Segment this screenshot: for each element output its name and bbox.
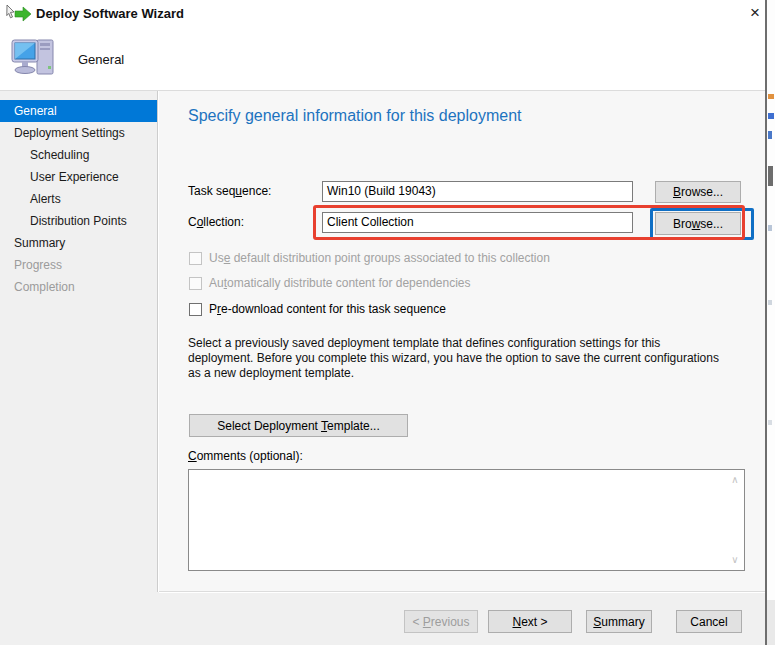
collection-input[interactable]: Client Collection bbox=[322, 212, 633, 233]
checkbox-auto-distribute bbox=[189, 277, 202, 290]
checkbox-auto-distribute-label: Automatically distribute content for dep… bbox=[209, 276, 471, 290]
previous-button: < Previous bbox=[404, 610, 478, 633]
cancel-button[interactable]: Cancel bbox=[676, 610, 742, 633]
sidebar-item-general[interactable]: General bbox=[0, 100, 157, 122]
sidebar-item-completion: Completion bbox=[0, 276, 157, 298]
sidebar-item-progress: Progress bbox=[0, 254, 157, 276]
comments-label: Comments (optional): bbox=[188, 449, 303, 463]
sidebar-item-user-experience[interactable]: User Experience bbox=[0, 166, 157, 188]
header-page-name: General bbox=[78, 52, 124, 67]
select-deployment-template-button[interactable]: Select Deployment Template... bbox=[189, 414, 408, 437]
sidebar-item-deployment-settings[interactable]: Deployment Settings bbox=[0, 122, 157, 144]
close-icon[interactable]: × bbox=[744, 2, 766, 23]
computer-icon bbox=[10, 34, 60, 84]
scrollbar-down-icon[interactable]: ∨ bbox=[729, 555, 741, 565]
checkbox-predownload[interactable] bbox=[189, 303, 202, 316]
wizard-content-panel: Specify general information for this dep… bbox=[159, 91, 765, 592]
sidebar-footer-fill bbox=[0, 592, 159, 645]
comments-textarea[interactable]: ∧ ∨ bbox=[188, 469, 745, 571]
deploy-software-wizard-window: Deploy Software Wizard × General General… bbox=[0, 0, 775, 645]
sidebar-item-distribution-points[interactable]: Distribution Points bbox=[0, 210, 157, 232]
checkbox-predownload-label: Pre-download content for this task seque… bbox=[209, 302, 446, 316]
deployment-template-description: Select a previously saved deployment tem… bbox=[188, 336, 720, 381]
summary-button[interactable]: Summary bbox=[586, 610, 652, 633]
sidebar-nav: GeneralDeployment SettingsSchedulingUser… bbox=[0, 91, 158, 645]
collection-browse-button[interactable]: Browse... bbox=[655, 212, 741, 235]
background-window-sliver bbox=[767, 0, 775, 645]
scrollbar-up-icon[interactable]: ∧ bbox=[729, 475, 741, 485]
collection-label: Collection: bbox=[188, 215, 244, 229]
next-button[interactable]: Next > bbox=[488, 610, 572, 633]
checkbox-default-dp-groups-label: Use default distribution point groups as… bbox=[209, 251, 550, 265]
task-sequence-input[interactable]: Win10 (Build 19043) bbox=[322, 181, 633, 202]
checkbox-default-dp-groups bbox=[189, 252, 202, 265]
sidebar-item-scheduling[interactable]: Scheduling bbox=[0, 144, 157, 166]
task-sequence-label: Task sequence: bbox=[188, 184, 271, 198]
sidebar-item-summary[interactable]: Summary bbox=[0, 232, 157, 254]
wizard-footer: < Previous Next > Summary Cancel bbox=[159, 593, 765, 645]
page-heading: Specify general information for this dep… bbox=[188, 107, 522, 125]
checkbox-row-default-dp-groups: Use default distribution point groups as… bbox=[189, 251, 550, 265]
sidebar-item-alerts[interactable]: Alerts bbox=[0, 188, 157, 210]
wizard-header: General bbox=[0, 28, 765, 90]
checkbox-row-auto-distribute: Automatically distribute content for dep… bbox=[189, 276, 471, 290]
checkbox-row-predownload[interactable]: Pre-download content for this task seque… bbox=[189, 302, 446, 316]
deploy-arrow-icon bbox=[6, 4, 32, 24]
title-bar: Deploy Software Wizard × bbox=[0, 0, 765, 28]
window-title: Deploy Software Wizard bbox=[36, 6, 184, 21]
task-sequence-browse-button[interactable]: Browse... bbox=[655, 181, 741, 203]
